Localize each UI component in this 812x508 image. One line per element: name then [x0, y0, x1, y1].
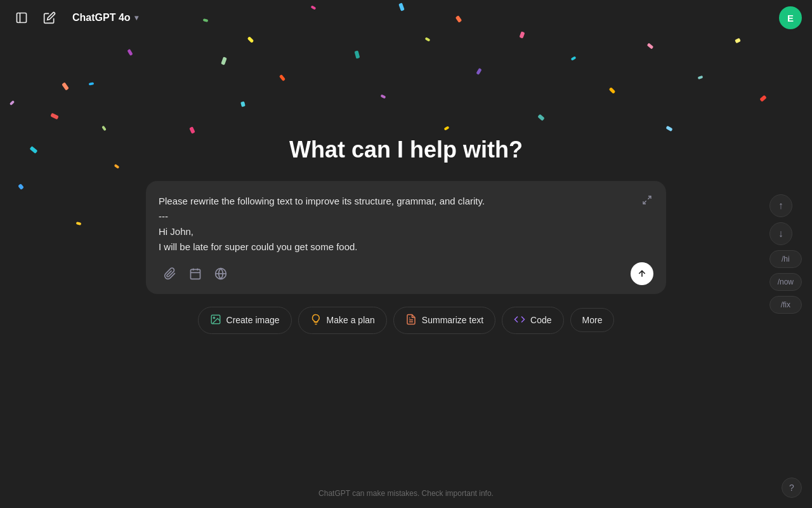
- footer: ChatGPT can make mistakes. Check importa…: [0, 489, 812, 498]
- right-sidebar: ↑ ↓ /hi /now /fix: [769, 194, 802, 314]
- calendar-icon: [189, 267, 202, 280]
- model-selector-button[interactable]: ChatGPT 4o ▾: [66, 8, 145, 27]
- more-label: More: [582, 315, 603, 325]
- sidebar-icon: [15, 11, 28, 24]
- expand-button[interactable]: [638, 191, 656, 209]
- summarize-text-button[interactable]: Summarize text: [393, 307, 495, 334]
- new-chat-button[interactable]: [38, 6, 61, 29]
- doc-icon: [405, 314, 417, 327]
- svg-line-2: [648, 196, 651, 199]
- input-toolbar: [159, 262, 653, 285]
- summarize-text-label: Summarize text: [422, 315, 483, 325]
- toolbar-left: [159, 262, 232, 285]
- svg-line-3: [643, 201, 646, 204]
- disclaimer-text: ChatGPT can make mistakes. Check importa…: [318, 489, 494, 498]
- model-name: ChatGPT 4o: [72, 12, 131, 23]
- sidebar-toggle-button[interactable]: [10, 6, 33, 29]
- scroll-down-button[interactable]: ↓: [769, 222, 792, 245]
- main-content: What can I help with? Please rewrite the…: [0, 0, 812, 508]
- shortcut-now-button[interactable]: /now: [769, 273, 802, 291]
- attach-button[interactable]: [159, 262, 181, 285]
- header-right: E: [779, 6, 802, 29]
- headline: What can I help with?: [289, 137, 523, 163]
- header-left: ChatGPT 4o ▾: [10, 6, 145, 29]
- action-buttons: Create imageMake a planSummarize textCod…: [198, 307, 615, 334]
- code-icon: [514, 314, 525, 327]
- header: ChatGPT 4o ▾ E: [0, 0, 812, 36]
- make-a-plan-label: Make a plan: [327, 315, 375, 325]
- input-container: Please rewrite the following text to imp…: [146, 181, 666, 294]
- code-label: Code: [530, 315, 551, 325]
- create-image-button[interactable]: Create image: [198, 307, 292, 334]
- edit-icon: [43, 11, 56, 24]
- send-button[interactable]: [631, 262, 653, 285]
- expand-icon: [642, 195, 652, 205]
- up-arrow-icon: ↑: [778, 200, 783, 211]
- text-input[interactable]: Please rewrite the following text to imp…: [159, 194, 653, 255]
- make-a-plan-button[interactable]: Make a plan: [298, 307, 387, 334]
- help-button[interactable]: ?: [782, 478, 802, 498]
- svg-point-12: [213, 317, 214, 318]
- more-button[interactable]: More: [570, 308, 615, 332]
- shortcut-hi-button[interactable]: /hi: [769, 250, 802, 268]
- avatar[interactable]: E: [779, 6, 802, 29]
- chevron-down-icon: ▾: [134, 13, 138, 22]
- svg-rect-4: [191, 269, 200, 279]
- schedule-button[interactable]: [184, 262, 207, 285]
- image-icon: [210, 314, 221, 327]
- create-image-label: Create image: [226, 315, 280, 325]
- svg-rect-0: [17, 13, 27, 23]
- globe-button[interactable]: [209, 262, 232, 285]
- shortcut-fix-button[interactable]: /fix: [769, 296, 802, 314]
- down-arrow-icon: ↓: [778, 228, 783, 239]
- globe-icon: [214, 267, 227, 280]
- scroll-up-button[interactable]: ↑: [769, 194, 792, 217]
- help-icon: ?: [789, 483, 794, 493]
- bulb-icon: [310, 314, 322, 327]
- send-icon: [637, 269, 647, 279]
- code-button[interactable]: Code: [502, 307, 563, 334]
- paperclip-icon: [164, 267, 176, 280]
